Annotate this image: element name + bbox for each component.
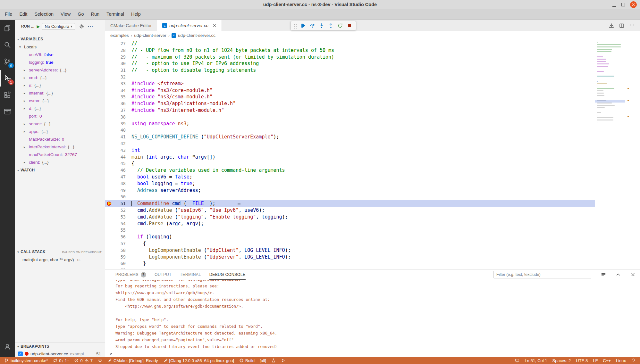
breakpoint-gutter[interactable]	[105, 94, 114, 100]
cmake-kit-button[interactable]: [Clang 12.0.0 x86_64-pc-linux-gnu]	[161, 357, 237, 364]
breakpoint-gutter[interactable]	[105, 80, 114, 87]
menu-item-run[interactable]: Run	[88, 9, 103, 20]
variable-row[interactable]: useV6:false	[15, 51, 105, 58]
notifications-button[interactable]	[628, 357, 638, 364]
source-control-button[interactable]: 6	[0, 53, 15, 70]
watch-section-header[interactable]: ▾ WATCH	[15, 166, 105, 174]
line-number[interactable]: 38	[114, 114, 126, 120]
line-number[interactable]: 44	[114, 154, 126, 161]
code-line[interactable]: 31// - option to disable logging stateme…	[105, 67, 595, 74]
breakpoint-item[interactable]: ✓ udp-client-server.cc exampl... 51	[15, 350, 105, 357]
breadcrumb-item[interactable]: udp-client-server.cc	[178, 33, 215, 38]
breakpoint-checkbox[interactable]: ✓	[18, 352, 23, 356]
locals-scope[interactable]: ▾ Locals	[15, 43, 105, 51]
code-line[interactable]: 51 CommandLine cmd (__FILE__);	[105, 200, 595, 207]
menu-item-file[interactable]: File	[1, 9, 16, 20]
breakpoint-gutter[interactable]	[105, 60, 114, 67]
variable-row[interactable]: ▸apps:{...}	[15, 128, 105, 135]
cmake-target-button[interactable]: [all]	[257, 357, 269, 364]
code-line[interactable]: 40	[105, 127, 595, 134]
code-line[interactable]: 36#include "ns3/applications-module.h"	[105, 100, 595, 107]
line-number[interactable]: 29	[114, 54, 126, 61]
code-line[interactable]: 29// - maximum of 320 packets sent (or l…	[105, 54, 595, 61]
line-number[interactable]: 40	[114, 127, 126, 134]
variable-row[interactable]: port:0	[15, 112, 105, 120]
code-line[interactable]: 41NS_LOG_COMPONENT_DEFINE ("UdpClientSer…	[105, 134, 595, 140]
line-number[interactable]: 45	[114, 160, 126, 167]
code-line[interactable]: 56 if (logging)	[105, 234, 595, 240]
variable-row[interactable]: logging:true	[15, 58, 105, 66]
eol-button[interactable]: LF	[590, 357, 600, 364]
code-line[interactable]: 39using namespace ns3;	[105, 120, 595, 127]
step-out-button[interactable]	[327, 21, 335, 30]
breakpoint-gutter[interactable]	[105, 214, 114, 220]
breakpoint-gutter[interactable]	[105, 194, 114, 200]
code-line[interactable]: 60 }	[105, 260, 595, 267]
call-stack-section-header[interactable]: ▾ CALL STACK PAUSED ON BREAKPOINT	[15, 248, 105, 256]
drag-handle-icon[interactable]	[293, 23, 297, 29]
breakpoint-gutter[interactable]	[105, 267, 114, 269]
breakpoint-gutter[interactable]	[105, 127, 114, 134]
line-number[interactable]: 27	[114, 40, 126, 47]
run-debug-button[interactable]: 1	[0, 70, 15, 87]
continue-button[interactable]	[299, 21, 307, 30]
code-line[interactable]: 33#include <fstream>	[105, 80, 595, 87]
line-number[interactable]: 53	[114, 214, 126, 220]
breakpoint-gutter[interactable]	[105, 254, 114, 261]
breakpoint-gutter[interactable]	[105, 54, 114, 61]
code-line[interactable]: 46 // Declare variables used in command-…	[105, 167, 595, 174]
breakpoint-gutter[interactable]	[105, 134, 114, 140]
line-number[interactable]: 49	[114, 187, 126, 194]
breadcrumb-item[interactable]: udp-client-server	[134, 33, 166, 38]
breakpoint-gutter[interactable]	[105, 174, 114, 180]
line-number[interactable]: 37	[114, 107, 126, 114]
code-line[interactable]: 59 LogComponentEnable ("UdpServer", LOG_…	[105, 254, 595, 261]
line-number[interactable]: 28	[114, 47, 126, 54]
encoding-button[interactable]: UTF-8	[573, 357, 590, 364]
git-branch-button[interactable]: buildsystem-cmake*	[2, 357, 50, 364]
accounts-button[interactable]	[0, 338, 15, 355]
chevron-up-icon[interactable]	[616, 272, 621, 277]
breakpoint-gutter[interactable]	[105, 227, 114, 234]
line-number[interactable]: 41	[114, 134, 126, 140]
breakpoint-gutter[interactable]	[105, 240, 114, 247]
variable-row[interactable]: ▸server:{...}	[15, 120, 105, 128]
minimap[interactable]	[595, 40, 625, 133]
step-into-button[interactable]	[317, 21, 326, 30]
minimize-icon[interactable]	[612, 2, 616, 7]
console-filter-input[interactable]	[493, 271, 591, 278]
step-over-button[interactable]	[308, 21, 316, 30]
code-line[interactable]: 49 Address serverAddress;	[105, 187, 595, 194]
code-line[interactable]: 35#include "ns3/csma-module.h"	[105, 94, 595, 100]
tab-problems[interactable]: PROBLEMS 7	[115, 269, 146, 280]
stop-button[interactable]	[345, 21, 354, 30]
search-button[interactable]	[0, 37, 15, 53]
variable-row[interactable]: maxPacketCount:32767	[15, 151, 105, 158]
menu-item-view[interactable]: View	[57, 9, 74, 20]
code-line[interactable]: 43int	[105, 147, 595, 154]
variable-row[interactable]: ▸csma:{...}	[15, 97, 105, 104]
tab-terminal[interactable]: TERMINAL	[180, 269, 201, 280]
tab-output[interactable]: OUTPUT	[155, 269, 172, 280]
screencast-button[interactable]	[512, 357, 522, 364]
restore-icon[interactable]	[621, 3, 625, 6]
breakpoint-gutter[interactable]	[105, 180, 114, 187]
problems-status-button[interactable]: 0 7	[72, 357, 95, 364]
close-panel-icon[interactable]	[630, 272, 636, 277]
line-number[interactable]: 57	[114, 240, 126, 247]
line-number[interactable]: 61	[114, 267, 126, 269]
list-icon[interactable]	[601, 272, 606, 277]
launch-button[interactable]	[278, 357, 288, 364]
line-number[interactable]: 42	[114, 140, 126, 147]
menu-item-go[interactable]: Go	[74, 9, 87, 20]
breakpoint-gutter[interactable]	[105, 114, 114, 120]
line-number[interactable]: 47	[114, 174, 126, 180]
archive-button[interactable]	[0, 103, 15, 120]
line-number[interactable]: 34	[114, 87, 126, 94]
variables-section-header[interactable]: ▾ VARIABLES	[15, 35, 105, 43]
line-number[interactable]: 31	[114, 67, 126, 74]
code-line[interactable]: 58 LogComponentEnable ("UdpClient", LOG_…	[105, 247, 595, 254]
line-number[interactable]: 33	[114, 80, 126, 87]
breakpoint-gutter[interactable]	[105, 247, 114, 254]
code-line[interactable]: 38	[105, 114, 595, 120]
